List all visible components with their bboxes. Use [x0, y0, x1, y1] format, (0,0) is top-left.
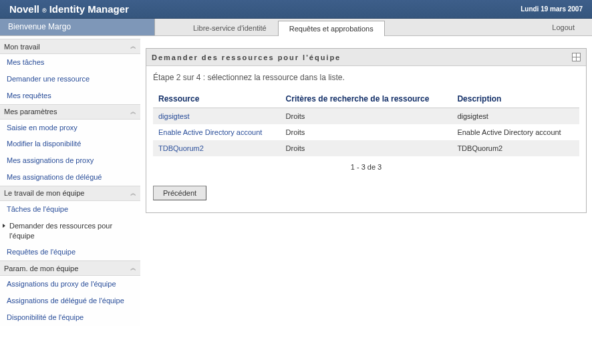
topbar: Novell® Identity Manager Lundi 19 mars 2… — [0, 0, 592, 19]
sidebar-section-header[interactable]: Mon travail︽ — [0, 39, 140, 54]
tab-requests[interactable]: Requêtes et approbations — [278, 21, 385, 36]
sidebar-section-title: Mon travail — [4, 43, 40, 51]
col-resource: Ressource — [153, 90, 281, 108]
description-cell: Enable Active Directory account — [452, 124, 579, 140]
pager: 1 - 3 de 3 — [153, 156, 579, 174]
tab-self-service[interactable]: Libre-service d'identité — [182, 20, 278, 35]
panel-body: Étape 2 sur 4 : sélectionnez la ressourc… — [146, 66, 586, 212]
sidebar-item[interactable]: Mes assignations de proxy — [0, 152, 140, 169]
sidebar-item[interactable]: Assignations du proxy de l'équipe — [0, 276, 140, 293]
current-date: Lundi 19 mars 2007 — [521, 5, 583, 13]
sidebar-item[interactable]: Demander des ressources pour l'équipe — [0, 218, 140, 244]
panel-header: Demander des ressources pour l'équipe — [146, 49, 586, 66]
sidebar-section-title: Param. de mon équipe — [4, 264, 78, 272]
sidebar-item[interactable]: Assignations de délégué de l'équipe — [0, 293, 140, 309]
resource-link[interactable]: TDBQuorum2 — [153, 140, 281, 156]
table-row: digsigtestDroitsdigsigtest — [153, 108, 579, 125]
panel: Demander des ressources pour l'équipe Ét… — [146, 48, 587, 213]
criteria-cell: Droits — [281, 140, 452, 156]
sidebar-item[interactable]: Disponibilité de l'équipe — [0, 309, 140, 326]
sidebar-item[interactable]: Tâches de l'équipe — [0, 201, 140, 218]
tabs-area: Libre-service d'identité Requêtes et app… — [155, 19, 592, 35]
criteria-cell: Droits — [281, 124, 452, 140]
collapse-icon[interactable]: ︽ — [130, 189, 136, 198]
brand-left: Novell — [9, 3, 39, 15]
table-row: Enable Active Directory accountDroitsEna… — [153, 124, 579, 140]
sidebar-item[interactable]: Demander une ressource — [0, 71, 140, 87]
col-description: Description — [452, 90, 579, 108]
criteria-cell: Droits — [281, 108, 452, 125]
registered-mark: ® — [42, 7, 47, 14]
collapse-icon[interactable]: ︽ — [130, 108, 136, 116]
sidebar: Mon travail︽Mes tâchesDemander une resso… — [0, 36, 140, 326]
resource-link[interactable]: digsigtest — [153, 108, 281, 125]
description-cell: digsigtest — [452, 108, 579, 125]
sidebar-item[interactable]: Mes tâches — [0, 54, 140, 71]
collapse-icon[interactable]: ︽ — [130, 42, 136, 51]
sidebar-section-header[interactable]: Param. de mon équipe︽ — [0, 260, 140, 276]
table-row: TDBQuorum2DroitsTDBQuorum2 — [153, 140, 579, 156]
main-content: Demander des ressources pour l'équipe Ét… — [140, 36, 592, 326]
logout-link[interactable]: Logout — [541, 19, 585, 35]
panel-title: Demander des ressources pour l'équipe — [152, 53, 341, 61]
product-title: Novell® Identity Manager — [9, 3, 129, 15]
sidebar-section-header[interactable]: Le travail de mon équipe︽ — [0, 186, 140, 201]
grid-icon[interactable] — [572, 53, 581, 61]
resource-table: Ressource Critères de recherche de la re… — [153, 90, 579, 156]
sidebar-item[interactable]: Mes requêtes — [0, 87, 140, 104]
sidebar-item[interactable]: Saisie en mode proxy — [0, 120, 140, 136]
col-criteria: Critères de recherche de la ressource — [281, 90, 452, 108]
step-text: Étape 2 sur 4 : sélectionnez la ressourc… — [153, 73, 579, 82]
subbar: Bienvenue Margo Libre-service d'identité… — [0, 19, 592, 36]
sidebar-section-title: Mes paramètres — [4, 108, 57, 116]
sidebar-section-header[interactable]: Mes paramètres︽ — [0, 104, 140, 120]
back-button[interactable]: Précédent — [153, 186, 206, 200]
sidebar-section-title: Le travail de mon équipe — [4, 189, 84, 197]
sidebar-item[interactable]: Modifier la disponibilité — [0, 136, 140, 152]
welcome-message: Bienvenue Margo — [0, 19, 155, 35]
resource-link[interactable]: Enable Active Directory account — [153, 124, 281, 140]
sidebar-item[interactable]: Requêtes de l'équipe — [0, 244, 140, 260]
brand-right: Identity Manager — [49, 3, 129, 15]
collapse-icon[interactable]: ︽ — [130, 264, 136, 272]
sidebar-item[interactable]: Mes assignations de délégué — [0, 169, 140, 186]
description-cell: TDBQuorum2 — [452, 140, 579, 156]
